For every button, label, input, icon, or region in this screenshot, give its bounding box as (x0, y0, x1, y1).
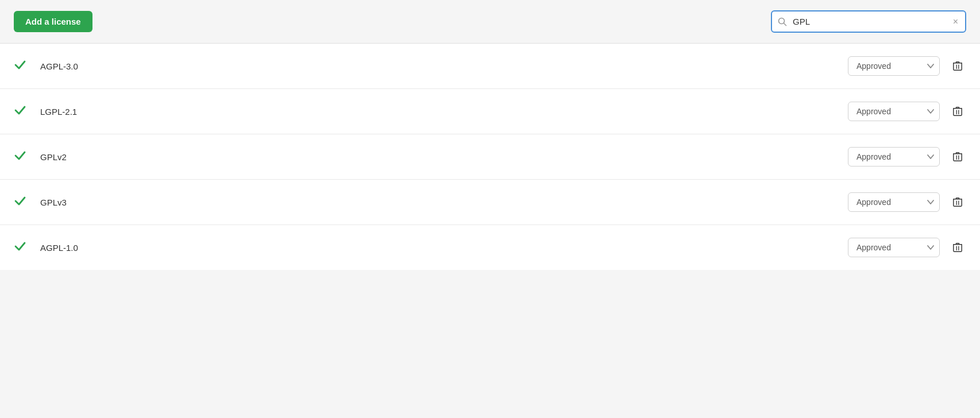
check-icon (14, 149, 26, 165)
license-name: AGPL-3.0 (40, 61, 848, 71)
delete-button[interactable] (949, 240, 966, 255)
search-container: × (771, 10, 966, 33)
delete-button[interactable] (949, 104, 966, 119)
license-name: AGPL-1.0 (40, 243, 848, 253)
delete-button[interactable] (949, 149, 966, 164)
status-select[interactable]: ApprovedPendingRejected (848, 238, 940, 257)
table-row: GPLv3ApprovedPendingRejected (0, 180, 980, 225)
table-row: LGPL-2.1ApprovedPendingRejected (0, 89, 980, 134)
delete-button[interactable] (949, 195, 966, 210)
search-input[interactable] (771, 10, 966, 33)
license-list: AGPL-3.0ApprovedPendingRejected LGPL-2.1… (0, 44, 980, 270)
status-select-wrapper: ApprovedPendingRejected (848, 147, 940, 167)
status-select-wrapper: ApprovedPendingRejected (848, 192, 940, 212)
svg-rect-10 (954, 154, 962, 161)
close-icon: × (953, 17, 958, 26)
license-name: LGPL-2.1 (40, 107, 848, 117)
toolbar: Add a license × (0, 0, 980, 44)
svg-rect-18 (954, 245, 962, 252)
search-icon (778, 17, 787, 26)
table-row: AGPL-3.0ApprovedPendingRejected (0, 44, 980, 89)
status-select-wrapper: ApprovedPendingRejected (848, 56, 940, 76)
table-row: AGPL-1.0ApprovedPendingRejected (0, 225, 980, 270)
status-select-wrapper: ApprovedPendingRejected (848, 238, 940, 257)
status-select[interactable]: ApprovedPendingRejected (848, 192, 940, 212)
check-icon (14, 58, 26, 74)
svg-rect-14 (954, 199, 962, 207)
svg-line-1 (784, 23, 786, 25)
status-select[interactable]: ApprovedPendingRejected (848, 56, 940, 76)
license-name: GPLv3 (40, 198, 848, 207)
status-select-wrapper: ApprovedPendingRejected (848, 102, 940, 121)
status-select[interactable]: ApprovedPendingRejected (848, 147, 940, 167)
check-icon (14, 194, 26, 210)
license-name: GPLv2 (40, 152, 848, 162)
table-row: GPLv2ApprovedPendingRejected (0, 134, 980, 180)
delete-button[interactable] (949, 59, 966, 73)
status-select[interactable]: ApprovedPendingRejected (848, 102, 940, 121)
svg-rect-2 (954, 63, 962, 71)
check-icon (14, 103, 26, 119)
search-clear-button[interactable]: × (951, 16, 960, 28)
add-license-button[interactable]: Add a license (14, 11, 92, 32)
svg-rect-6 (954, 109, 962, 116)
check-icon (14, 239, 26, 256)
